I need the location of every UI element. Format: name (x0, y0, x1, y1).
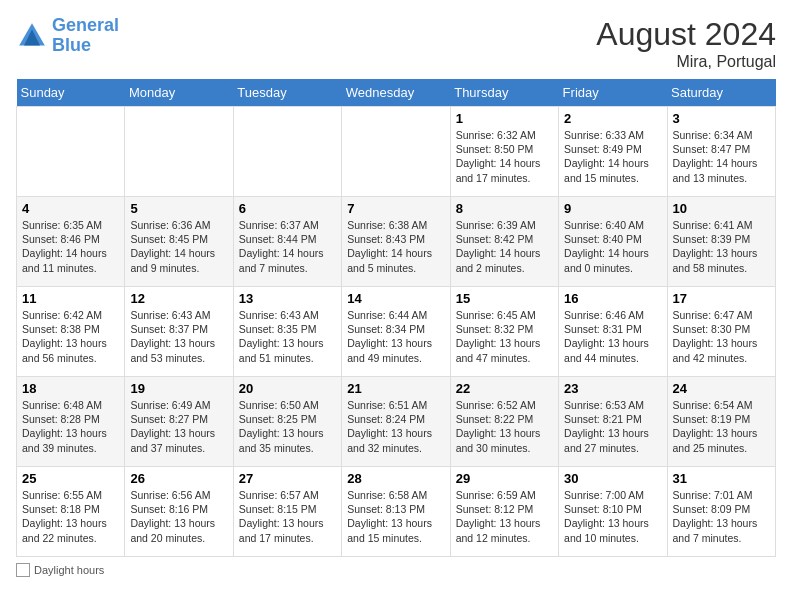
day-info: Sunrise: 6:45 AM Sunset: 8:32 PM Dayligh… (456, 308, 553, 365)
day-number: 3 (673, 111, 770, 126)
logo-icon (16, 20, 48, 52)
day-number: 21 (347, 381, 444, 396)
calendar-week-1: 1Sunrise: 6:32 AM Sunset: 8:50 PM Daylig… (17, 107, 776, 197)
daylight-legend: Daylight hours (16, 563, 104, 577)
calendar-cell: 15Sunrise: 6:45 AM Sunset: 8:32 PM Dayli… (450, 287, 558, 377)
calendar-cell: 13Sunrise: 6:43 AM Sunset: 8:35 PM Dayli… (233, 287, 341, 377)
day-info: Sunrise: 6:54 AM Sunset: 8:19 PM Dayligh… (673, 398, 770, 455)
page-header: General Blue August 2024 Mira, Portugal (16, 16, 776, 71)
day-number: 5 (130, 201, 227, 216)
column-header-thursday: Thursday (450, 79, 558, 107)
calendar-cell: 20Sunrise: 6:50 AM Sunset: 8:25 PM Dayli… (233, 377, 341, 467)
calendar-header: SundayMondayTuesdayWednesdayThursdayFrid… (17, 79, 776, 107)
day-info: Sunrise: 6:38 AM Sunset: 8:43 PM Dayligh… (347, 218, 444, 275)
day-info: Sunrise: 6:48 AM Sunset: 8:28 PM Dayligh… (22, 398, 119, 455)
day-number: 26 (130, 471, 227, 486)
day-info: Sunrise: 6:43 AM Sunset: 8:37 PM Dayligh… (130, 308, 227, 365)
day-number: 1 (456, 111, 553, 126)
calendar-cell: 18Sunrise: 6:48 AM Sunset: 8:28 PM Dayli… (17, 377, 125, 467)
calendar-cell: 5Sunrise: 6:36 AM Sunset: 8:45 PM Daylig… (125, 197, 233, 287)
day-info: Sunrise: 6:44 AM Sunset: 8:34 PM Dayligh… (347, 308, 444, 365)
calendar-cell: 29Sunrise: 6:59 AM Sunset: 8:12 PM Dayli… (450, 467, 558, 557)
calendar-cell: 2Sunrise: 6:33 AM Sunset: 8:49 PM Daylig… (559, 107, 667, 197)
day-info: Sunrise: 6:34 AM Sunset: 8:47 PM Dayligh… (673, 128, 770, 185)
day-number: 28 (347, 471, 444, 486)
day-info: Sunrise: 6:55 AM Sunset: 8:18 PM Dayligh… (22, 488, 119, 545)
calendar-cell: 4Sunrise: 6:35 AM Sunset: 8:46 PM Daylig… (17, 197, 125, 287)
day-number: 15 (456, 291, 553, 306)
calendar-week-2: 4Sunrise: 6:35 AM Sunset: 8:46 PM Daylig… (17, 197, 776, 287)
column-header-monday: Monday (125, 79, 233, 107)
day-number: 19 (130, 381, 227, 396)
day-number: 31 (673, 471, 770, 486)
day-info: Sunrise: 6:37 AM Sunset: 8:44 PM Dayligh… (239, 218, 336, 275)
calendar-cell: 8Sunrise: 6:39 AM Sunset: 8:42 PM Daylig… (450, 197, 558, 287)
daylight-swatch (16, 563, 30, 577)
day-info: Sunrise: 6:35 AM Sunset: 8:46 PM Dayligh… (22, 218, 119, 275)
calendar-cell: 23Sunrise: 6:53 AM Sunset: 8:21 PM Dayli… (559, 377, 667, 467)
calendar-cell: 16Sunrise: 6:46 AM Sunset: 8:31 PM Dayli… (559, 287, 667, 377)
day-info: Sunrise: 7:01 AM Sunset: 8:09 PM Dayligh… (673, 488, 770, 545)
day-number: 25 (22, 471, 119, 486)
day-number: 14 (347, 291, 444, 306)
calendar-cell (125, 107, 233, 197)
calendar-cell: 7Sunrise: 6:38 AM Sunset: 8:43 PM Daylig… (342, 197, 450, 287)
day-number: 20 (239, 381, 336, 396)
calendar-cell (233, 107, 341, 197)
calendar-body: 1Sunrise: 6:32 AM Sunset: 8:50 PM Daylig… (17, 107, 776, 557)
calendar-cell: 19Sunrise: 6:49 AM Sunset: 8:27 PM Dayli… (125, 377, 233, 467)
calendar-cell: 1Sunrise: 6:32 AM Sunset: 8:50 PM Daylig… (450, 107, 558, 197)
day-number: 7 (347, 201, 444, 216)
calendar-cell (17, 107, 125, 197)
day-info: Sunrise: 6:32 AM Sunset: 8:50 PM Dayligh… (456, 128, 553, 185)
day-info: Sunrise: 6:33 AM Sunset: 8:49 PM Dayligh… (564, 128, 661, 185)
day-info: Sunrise: 6:56 AM Sunset: 8:16 PM Dayligh… (130, 488, 227, 545)
calendar-week-5: 25Sunrise: 6:55 AM Sunset: 8:18 PM Dayli… (17, 467, 776, 557)
day-info: Sunrise: 6:49 AM Sunset: 8:27 PM Dayligh… (130, 398, 227, 455)
calendar-cell: 22Sunrise: 6:52 AM Sunset: 8:22 PM Dayli… (450, 377, 558, 467)
calendar-cell (342, 107, 450, 197)
column-header-wednesday: Wednesday (342, 79, 450, 107)
day-number: 22 (456, 381, 553, 396)
calendar-cell: 6Sunrise: 6:37 AM Sunset: 8:44 PM Daylig… (233, 197, 341, 287)
title-block: August 2024 Mira, Portugal (596, 16, 776, 71)
page-subtitle: Mira, Portugal (596, 53, 776, 71)
calendar-cell: 26Sunrise: 6:56 AM Sunset: 8:16 PM Dayli… (125, 467, 233, 557)
day-number: 11 (22, 291, 119, 306)
calendar-cell: 10Sunrise: 6:41 AM Sunset: 8:39 PM Dayli… (667, 197, 775, 287)
day-number: 24 (673, 381, 770, 396)
day-number: 9 (564, 201, 661, 216)
column-header-saturday: Saturday (667, 79, 775, 107)
day-info: Sunrise: 7:00 AM Sunset: 8:10 PM Dayligh… (564, 488, 661, 545)
calendar-cell: 27Sunrise: 6:57 AM Sunset: 8:15 PM Dayli… (233, 467, 341, 557)
day-info: Sunrise: 6:51 AM Sunset: 8:24 PM Dayligh… (347, 398, 444, 455)
day-number: 12 (130, 291, 227, 306)
calendar-cell: 9Sunrise: 6:40 AM Sunset: 8:40 PM Daylig… (559, 197, 667, 287)
day-info: Sunrise: 6:41 AM Sunset: 8:39 PM Dayligh… (673, 218, 770, 275)
calendar-cell: 24Sunrise: 6:54 AM Sunset: 8:19 PM Dayli… (667, 377, 775, 467)
page-title: August 2024 (596, 16, 776, 53)
day-info: Sunrise: 6:42 AM Sunset: 8:38 PM Dayligh… (22, 308, 119, 365)
calendar-cell: 21Sunrise: 6:51 AM Sunset: 8:24 PM Dayli… (342, 377, 450, 467)
day-info: Sunrise: 6:40 AM Sunset: 8:40 PM Dayligh… (564, 218, 661, 275)
day-info: Sunrise: 6:39 AM Sunset: 8:42 PM Dayligh… (456, 218, 553, 275)
calendar-cell: 25Sunrise: 6:55 AM Sunset: 8:18 PM Dayli… (17, 467, 125, 557)
day-info: Sunrise: 6:52 AM Sunset: 8:22 PM Dayligh… (456, 398, 553, 455)
day-number: 23 (564, 381, 661, 396)
calendar-footer: Daylight hours (16, 563, 776, 577)
day-number: 17 (673, 291, 770, 306)
day-number: 30 (564, 471, 661, 486)
day-info: Sunrise: 6:46 AM Sunset: 8:31 PM Dayligh… (564, 308, 661, 365)
column-header-friday: Friday (559, 79, 667, 107)
day-info: Sunrise: 6:58 AM Sunset: 8:13 PM Dayligh… (347, 488, 444, 545)
calendar-cell: 14Sunrise: 6:44 AM Sunset: 8:34 PM Dayli… (342, 287, 450, 377)
logo-text: General Blue (52, 16, 119, 56)
day-number: 18 (22, 381, 119, 396)
day-number: 27 (239, 471, 336, 486)
calendar-cell: 12Sunrise: 6:43 AM Sunset: 8:37 PM Dayli… (125, 287, 233, 377)
day-number: 16 (564, 291, 661, 306)
column-header-tuesday: Tuesday (233, 79, 341, 107)
day-info: Sunrise: 6:47 AM Sunset: 8:30 PM Dayligh… (673, 308, 770, 365)
day-number: 6 (239, 201, 336, 216)
day-info: Sunrise: 6:59 AM Sunset: 8:12 PM Dayligh… (456, 488, 553, 545)
